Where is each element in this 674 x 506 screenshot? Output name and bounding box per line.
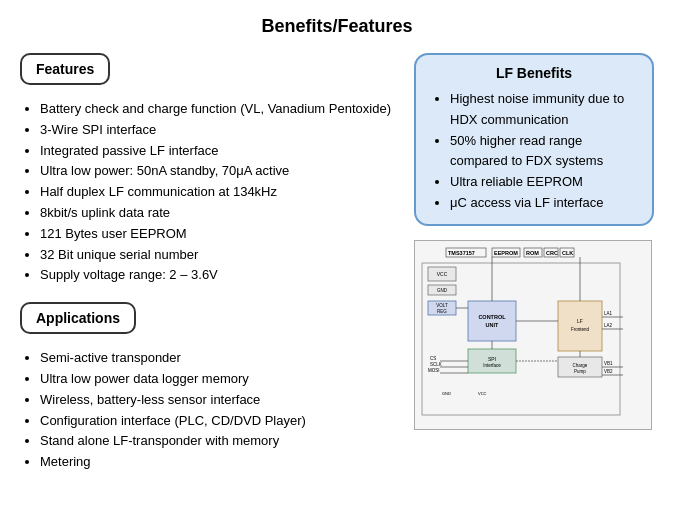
list-item: Highest noise immunity due to HDX commun… [450,89,638,131]
features-list: Battery check and charge function (VL, V… [20,99,398,286]
list-item: Semi-active transponder [40,348,398,369]
page-title: Benefits/Features [20,16,654,37]
svg-text:MOSI: MOSI [428,368,440,373]
list-item: 8kbit/s uplink data rate [40,203,398,224]
features-section: Features Battery check and charge functi… [20,53,398,286]
svg-text:UNIT: UNIT [486,322,499,328]
list-item: 121 Bytes user EEPROM [40,224,398,245]
applications-header: Applications [20,302,398,342]
svg-text:VCC: VCC [437,271,448,277]
svg-text:CS: CS [430,356,436,361]
svg-text:SPI: SPI [488,356,496,362]
svg-text:VOLT: VOLT [436,303,448,308]
list-item: Ultra low power data logger memory [40,369,398,390]
svg-rect-19 [468,301,516,341]
svg-text:TMS37157: TMS37157 [448,250,475,256]
svg-text:LA1: LA1 [604,311,613,316]
block-diagram: TMS37157 EEPROM ROM CRC CLK VCC GND [414,240,652,430]
lf-benefits-heading: LF Benefits [430,65,638,81]
applications-list: Semi-active transponder Ultra low power … [20,348,398,473]
svg-text:VB1: VB1 [604,361,613,366]
right-column: LF Benefits Highest noise immunity due t… [414,53,654,489]
list-item: Configuration interface (PLC, CD/DVD Pla… [40,411,398,432]
svg-text:REG: REG [437,309,447,314]
applications-section: Applications Semi-active transponder Ult… [20,302,398,473]
list-item: 32 Bit unique serial number [40,245,398,266]
svg-text:GND: GND [442,391,451,396]
features-header: Features [20,53,398,93]
list-item: Integrated passive LF interface [40,141,398,162]
diagram-svg: TMS37157 EEPROM ROM CRC CLK VCC GND [418,245,648,425]
features-box: Features [20,53,110,85]
list-item: Stand alone LF-transponder with memory [40,431,398,452]
main-layout: Features Battery check and charge functi… [20,53,654,489]
svg-text:CLK: CLK [562,250,573,256]
svg-text:Charge: Charge [573,363,588,368]
svg-text:CRC: CRC [546,250,558,256]
svg-text:LA2: LA2 [604,323,613,328]
lf-benefits-list: Highest noise immunity due to HDX commun… [430,89,638,214]
svg-rect-25 [558,301,602,351]
svg-text:GND: GND [437,288,448,293]
svg-text:VB2: VB2 [604,369,613,374]
svg-text:Pump: Pump [574,369,586,374]
list-item: Battery check and charge function (VL, V… [40,99,398,120]
applications-box: Applications [20,302,136,334]
list-item: Ultra reliable EEPROM [450,172,638,193]
list-item: μC access via LF interface [450,193,638,214]
svg-text:LF: LF [577,318,583,324]
svg-text:ROM: ROM [526,250,539,256]
lf-benefits-box: LF Benefits Highest noise immunity due t… [414,53,654,226]
list-item: 3-Wire SPI interface [40,120,398,141]
svg-text:Interface: Interface [483,363,501,368]
list-item: Supply voltage range: 2 – 3.6V [40,265,398,286]
svg-text:VCC: VCC [478,391,487,396]
list-item: Half duplex LF communication at 134kHz [40,182,398,203]
svg-text:SCLK: SCLK [430,362,442,367]
left-column: Features Battery check and charge functi… [20,53,398,489]
svg-text:CONTROL: CONTROL [478,314,506,320]
list-item: Metering [40,452,398,473]
list-item: Ultra low power: 50nA standby, 70μA acti… [40,161,398,182]
svg-text:Frontend: Frontend [571,327,590,332]
svg-text:EEPROM: EEPROM [494,250,518,256]
list-item: Wireless, battery-less sensor interface [40,390,398,411]
list-item: 50% higher read range compared to FDX sy… [450,131,638,173]
